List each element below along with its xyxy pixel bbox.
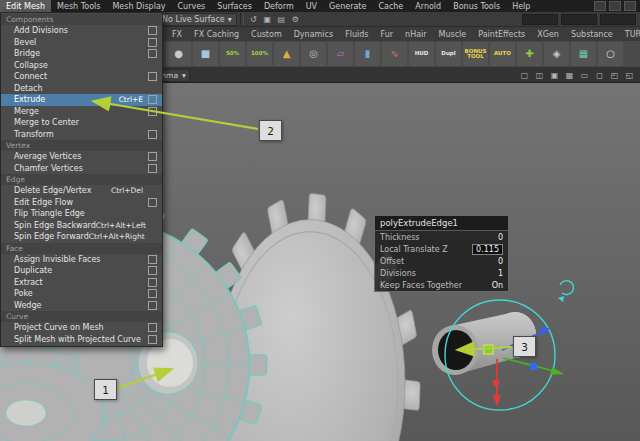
shelf-sphere-icon[interactable]: ●: [166, 42, 191, 66]
option-box-icon[interactable]: [148, 164, 157, 173]
option-box-icon[interactable]: [148, 72, 157, 81]
shelf-tab-nhair[interactable]: nHair: [399, 28, 433, 41]
render-icon[interactable]: ▣: [261, 13, 274, 26]
menubar-item-curves[interactable]: Curves: [172, 0, 212, 12]
shelf-tab-substance[interactable]: Substance: [565, 28, 619, 41]
shelf-100pct-icon[interactable]: 100%: [247, 42, 272, 66]
menubar-item-mesh-tools[interactable]: Mesh Tools: [51, 0, 106, 12]
option-box-icon[interactable]: [148, 38, 157, 47]
grid-toggle-icon[interactable]: ▦: [563, 69, 576, 81]
menu-item-transform[interactable]: Transform: [1, 129, 162, 141]
option-box-icon[interactable]: [148, 107, 157, 116]
shelf-cylinder-icon[interactable]: ▮: [355, 42, 380, 66]
menu-item-project-curve-on-mesh[interactable]: Project Curve on Mesh: [1, 322, 162, 334]
menu-item-split-mesh-with-projected-curve[interactable]: Split Mesh with Projected Curve: [1, 334, 162, 346]
coordinate-field-1[interactable]: [522, 14, 558, 25]
shelf-tab-turtle[interactable]: TURTLE: [619, 28, 640, 41]
menu-item-extrude[interactable]: ExtrudeCtrl+E: [1, 94, 162, 106]
coordinate-field-3[interactable]: [600, 14, 636, 25]
shelf-grid-icon[interactable]: ▦: [571, 42, 596, 66]
menubar-item-surfaces[interactable]: Surfaces: [211, 0, 258, 12]
menu-item-edit-edge-flow[interactable]: Edit Edge Flow: [1, 197, 162, 209]
option-box-icon[interactable]: [148, 323, 157, 332]
shelf-tab-dynamics[interactable]: Dynamics: [288, 28, 339, 41]
workspace-icon[interactable]: [594, 1, 606, 11]
shelf-curve-icon[interactable]: ∿: [382, 42, 407, 66]
menu-item-bridge[interactable]: Bridge: [1, 48, 162, 60]
option-box-icon[interactable]: [148, 26, 157, 35]
resolution-gate-icon[interactable]: ▭: [578, 69, 591, 81]
xray-icon[interactable]: ◫: [533, 69, 546, 81]
menubar-item-edit-mesh[interactable]: Edit Mesh: [0, 0, 51, 12]
layout-icon[interactable]: [609, 1, 621, 11]
menu-item-detach[interactable]: Detach: [1, 83, 162, 95]
shelf-diamond-icon[interactable]: ◈: [544, 42, 569, 66]
shelf-auto-icon[interactable]: AUTO: [490, 42, 515, 66]
ipr-render-icon[interactable]: ▤: [275, 13, 288, 26]
panel-row-value[interactable]: 0.115: [472, 244, 503, 255]
shelf-plus-icon[interactable]: ✚: [517, 42, 542, 66]
menu-item-assign-invisible-faces[interactable]: Assign Invisible Faces: [1, 254, 162, 266]
window-controls-icon[interactable]: [624, 1, 636, 11]
menubar-item-generate[interactable]: Generate: [323, 0, 372, 12]
option-box-icon[interactable]: [148, 198, 157, 207]
gate-mask-icon[interactable]: ◻: [593, 69, 606, 81]
field-chart-icon[interactable]: ◰: [608, 69, 621, 81]
shelf-tab-fluids[interactable]: Fluids: [339, 28, 374, 41]
panel-row-value[interactable]: 0: [498, 233, 503, 242]
panel-row-value[interactable]: 0: [498, 257, 503, 266]
menu-item-connect[interactable]: Connect: [1, 71, 162, 83]
option-box-icon[interactable]: [148, 95, 157, 104]
option-box-icon[interactable]: [148, 255, 157, 264]
menu-item-merge[interactable]: Merge: [1, 106, 162, 118]
shelf-plane-icon[interactable]: ▱: [328, 42, 353, 66]
menubar-item-arnold[interactable]: Arnold: [409, 0, 447, 12]
panel-row-value[interactable]: On: [492, 281, 503, 290]
option-box-icon[interactable]: [148, 335, 157, 344]
shelf-tab-fur[interactable]: Fur: [375, 28, 400, 41]
shelf-dupl-icon[interactable]: Dupl: [436, 42, 461, 66]
render-settings-icon[interactable]: ⚙: [289, 13, 302, 26]
safe-action-icon[interactable]: ◱: [623, 69, 636, 81]
menu-item-flip-triangle-edge[interactable]: Flip Triangle Edge: [1, 208, 162, 220]
live-surface-dropdown[interactable]: No Live Surface ▾: [157, 13, 237, 26]
shelf-tab-muscle[interactable]: Muscle: [433, 28, 473, 41]
menu-item-delete-edge-vertex[interactable]: Delete Edge/VertexCtrl+Del: [1, 185, 162, 197]
shelf-tab-xgen[interactable]: XGen: [531, 28, 565, 41]
coordinate-field-2[interactable]: [561, 14, 597, 25]
menu-item-add-divisions[interactable]: Add Divisions: [1, 25, 162, 37]
option-box-icon[interactable]: [148, 278, 157, 287]
option-box-icon[interactable]: [148, 152, 157, 161]
option-box-icon[interactable]: [148, 130, 157, 139]
menu-item-duplicate[interactable]: Duplicate: [1, 265, 162, 277]
menubar-item-bonus-tools[interactable]: Bonus Tools: [447, 0, 506, 12]
menu-item-average-vertices[interactable]: Average Vertices: [1, 151, 162, 163]
shelf-tab-fx[interactable]: FX: [166, 28, 188, 41]
menu-item-poke[interactable]: Poke: [1, 288, 162, 300]
shelf-tab-fx-caching[interactable]: FX Caching: [188, 28, 245, 41]
shelf-circle-icon[interactable]: ○: [598, 42, 623, 66]
shelf-tab-painteffects[interactable]: PaintEffects: [472, 28, 531, 41]
wireframe-on-shaded-icon[interactable]: ▣: [548, 69, 561, 81]
option-box-icon[interactable]: [148, 301, 157, 310]
shelf-tab-custom[interactable]: Custom: [245, 28, 288, 41]
panel-row-value[interactable]: 1: [498, 269, 503, 278]
menu-item-wedge[interactable]: Wedge: [1, 300, 162, 312]
construction-history-icon[interactable]: ↺: [247, 13, 260, 26]
menubar-item-cache[interactable]: Cache: [372, 0, 409, 12]
option-box-icon[interactable]: [148, 49, 157, 58]
menu-item-chamfer-vertices[interactable]: Chamfer Vertices: [1, 163, 162, 175]
shelf-cone-icon[interactable]: ▲: [274, 42, 299, 66]
menu-item-collapse[interactable]: Collapse: [1, 60, 162, 72]
shelf-50pct-icon[interactable]: 50%: [220, 42, 245, 66]
menubar-item-uv[interactable]: UV: [300, 0, 323, 12]
menubar-item-deform[interactable]: Deform: [258, 0, 300, 12]
menu-item-spin-edge-backward[interactable]: Spin Edge BackwardCtrl+Alt+Left: [1, 220, 162, 232]
menubar-item-help[interactable]: Help: [506, 0, 536, 12]
isolate-select-icon[interactable]: ▢: [518, 69, 531, 81]
menu-item-merge-to-center[interactable]: Merge to Center: [1, 117, 162, 129]
shelf-bonus-tool-icon[interactable]: BONUS TOOL: [463, 42, 488, 66]
menu-item-extract[interactable]: Extract: [1, 277, 162, 289]
option-box-icon[interactable]: [148, 289, 157, 298]
menu-item-spin-edge-forward[interactable]: Spin Edge ForwardCtrl+Alt+Right: [1, 231, 162, 243]
